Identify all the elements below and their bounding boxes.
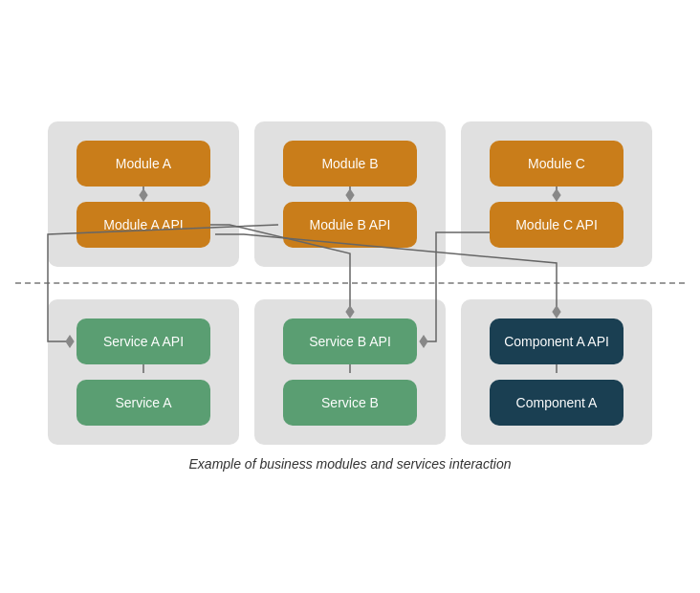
module-c-node: Module C [490,141,623,187]
module-c-api-node: Module C API [490,202,623,248]
module-b-api-node: Module B API [283,202,417,248]
panel-module-a: Module A Module A API [48,121,239,267]
top-row: Module A Module A API Module B Module B … [15,121,685,267]
panel-service-b: Service B API Service B [254,299,446,445]
bottom-row: Service A API Service A Service B API Se… [15,299,685,445]
component-a-node: Component A [490,380,623,426]
panel-module-b: Module B Module B API [254,121,446,267]
diagram-caption: Example of business modules and services… [189,456,512,472]
service-a-node: Service A [77,380,210,426]
panel-module-c: Module C Module C API [461,121,652,267]
panel-component-a: Component A API Component A [461,299,652,445]
service-b-api-node: Service B API [283,318,417,364]
panel-service-a: Service A API Service A [48,299,239,445]
section-divider [15,282,685,284]
service-a-api-node: Service A API [77,318,210,364]
module-a-api-node: Module A API [77,202,210,248]
module-b-node: Module B [283,141,417,187]
module-a-node: Module A [77,141,210,187]
component-a-api-node: Component A API [490,318,623,364]
service-b-node: Service B [283,380,417,426]
diagram-container: Module A Module A API Module B Module B … [15,121,685,445]
